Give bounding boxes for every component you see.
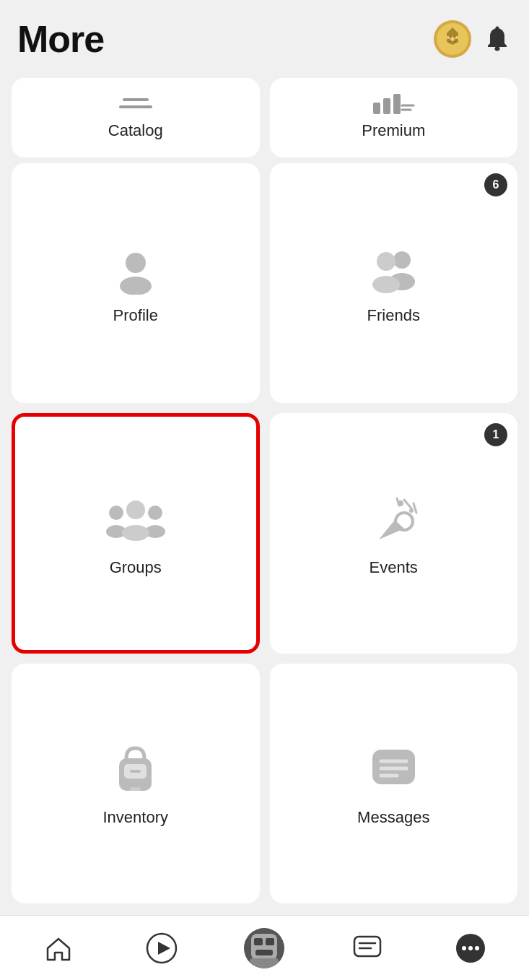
svg-point-25 [126,500,145,519]
svg-rect-45 [251,934,277,960]
svg-line-33 [397,498,399,506]
catalog-icon [117,92,154,114]
chat-icon [352,933,382,963]
premium-icon [372,92,415,114]
nav-play[interactable] [139,925,185,971]
more-icon [455,932,486,964]
friends-badge: 6 [484,173,507,196]
events-card[interactable]: 1 Events [270,413,518,653]
svg-point-55 [468,946,473,950]
svg-rect-10 [373,103,380,114]
svg-rect-37 [130,787,141,791]
catalog-card[interactable]: Catalog [12,78,260,157]
svg-rect-11 [383,98,390,114]
svg-point-7 [496,27,499,30]
avatar-icon [244,928,284,968]
events-badge: 1 [484,423,507,446]
home-icon [44,934,73,963]
nav-avatar[interactable] [241,925,287,971]
svg-point-17 [393,251,411,269]
bottom-nav [0,915,529,980]
svg-point-19 [377,252,395,271]
nav-home[interactable] [35,925,82,971]
main-grid: Profile 6 Friends [0,157,529,915]
svg-line-31 [404,500,411,508]
page-title: More [17,17,104,61]
svg-point-23 [148,506,162,520]
groups-icon [103,493,168,547]
events-icon [364,493,422,547]
header: More [0,0,529,72]
inventory-icon [108,742,162,797]
svg-point-16 [120,277,152,295]
svg-point-20 [372,276,400,293]
svg-rect-49 [250,958,279,968]
nav-more[interactable] [447,925,494,971]
events-label: Events [370,558,418,577]
bell-icon[interactable] [483,25,512,53]
svg-line-32 [414,503,416,513]
messages-card[interactable]: Messages [270,664,518,903]
svg-rect-47 [266,938,274,945]
profile-icon [110,244,161,295]
svg-rect-48 [255,950,273,955]
premium-label: Premium [362,121,425,140]
partial-row: Catalog Premium [0,72,529,157]
friends-icon [364,244,422,295]
groups-label: Groups [110,558,162,577]
inventory-label: Inventory [103,808,169,827]
svg-rect-46 [254,938,263,945]
svg-marker-43 [158,942,170,955]
nav-chat[interactable] [344,925,390,971]
svg-point-21 [109,506,123,520]
inventory-card[interactable]: Inventory [12,664,260,903]
messages-icon [367,742,421,797]
catalog-label: Catalog [108,121,163,140]
svg-point-54 [462,946,466,950]
groups-card[interactable]: Groups [12,413,260,653]
friends-label: Friends [367,306,420,325]
messages-label: Messages [357,808,429,827]
svg-point-28 [395,513,413,530]
robux-icon[interactable] [434,20,471,58]
profile-label: Profile [113,306,158,325]
svg-point-5 [451,38,454,40]
svg-rect-50 [354,937,380,956]
svg-rect-36 [130,770,141,773]
svg-point-26 [122,525,149,541]
svg-point-6 [495,47,500,51]
svg-rect-12 [393,94,401,114]
profile-card[interactable]: Profile [12,163,260,403]
header-icons [434,20,512,58]
play-icon [146,932,178,964]
friends-card[interactable]: 6 Friends [270,163,518,403]
premium-card[interactable]: Premium [270,78,518,157]
svg-point-15 [126,253,146,273]
svg-point-56 [475,946,479,950]
